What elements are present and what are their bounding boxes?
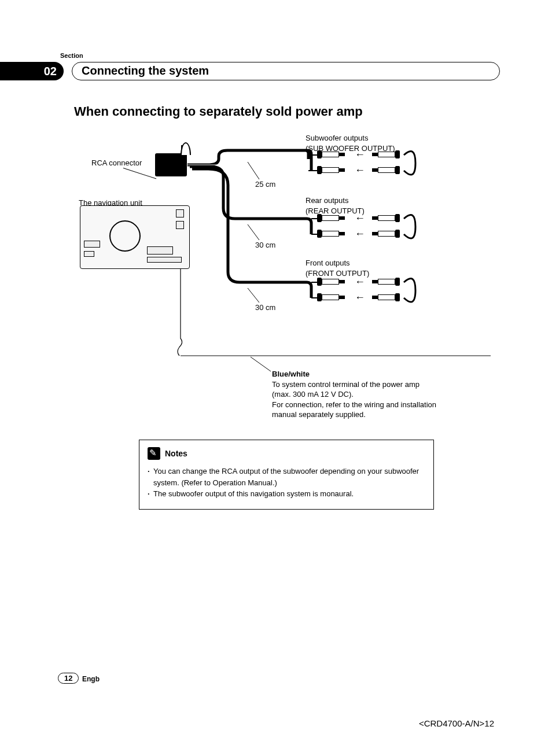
subwoofer-length: 25 cm: [255, 179, 275, 190]
subwoofer-plugs: ← ←: [306, 150, 413, 179]
note-item: You can change the RCA output of the sub…: [148, 466, 425, 488]
rca-connector-label: RCA connector: [91, 158, 142, 168]
front-length: 30 cm: [255, 303, 275, 313]
svg-line-1: [248, 224, 259, 240]
chapter-header: 02 Connecting the system: [17, 62, 498, 80]
navigation-unit-illustration: [80, 205, 190, 269]
blue-white-note: Blue/white To system control terminal of…: [272, 369, 486, 420]
notes-title: Notes: [165, 449, 187, 458]
rca-connector-block: [155, 153, 187, 176]
svg-line-0: [248, 162, 259, 179]
document-code: <CRD4700-A/N>12: [419, 718, 494, 728]
page-title: When connecting to separately sold power…: [74, 104, 363, 119]
chapter-title: Connecting the system: [72, 62, 500, 80]
page-number-badge: 12: [58, 673, 79, 684]
notes-list: You can change the RCA output of the sub…: [148, 466, 425, 500]
section-label: Section: [60, 52, 83, 59]
wiring-diagram: RCA connector The navigation unit: [74, 127, 496, 428]
pencil-icon: [148, 447, 160, 460]
svg-line-4: [251, 357, 271, 371]
notes-box: Notes You can change the RCA output of t…: [139, 440, 434, 510]
svg-line-2: [248, 288, 259, 303]
rca-cap: [181, 142, 191, 155]
section-number-badge: 02: [17, 62, 64, 80]
front-output-label: Front outputs (FRONT OUTPUT): [306, 258, 369, 278]
rear-length: 30 cm: [255, 240, 275, 250]
front-plugs: ← ←: [306, 278, 413, 307]
language-code: Engb: [82, 675, 100, 683]
note-item: The subwoofer output of this navigation …: [148, 488, 425, 500]
rear-plugs: ← ←: [306, 214, 413, 243]
